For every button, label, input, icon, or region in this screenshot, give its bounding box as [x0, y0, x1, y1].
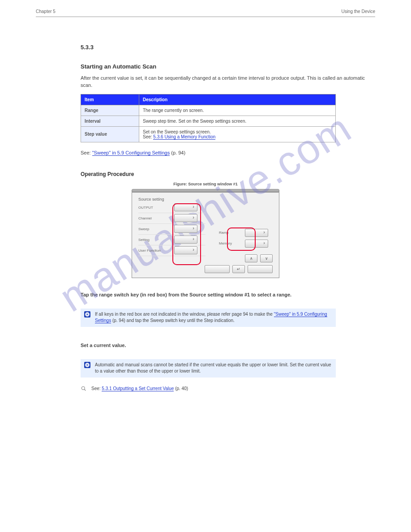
table-cell-label: Step value [81, 126, 139, 142]
step-2: Set a current value. [81, 342, 375, 349]
section-number: 5.3.3 [81, 44, 375, 51]
cd-icon [84, 311, 90, 317]
figure-caption: Figure: Source setting window #1 [132, 182, 279, 186]
section-intro: After the current value is set, it can b… [81, 75, 375, 89]
see-reference: See: "Sweep" in 5.9 Configuring Settings… [81, 150, 375, 157]
down-button[interactable]: ∨ [260, 254, 273, 262]
table-row: Interval Sweep step time. Set on the Swe… [81, 116, 336, 126]
section-title: Starting an Automatic Scan [81, 63, 375, 70]
spec-table: Item Description Range The range current… [81, 94, 375, 142]
footer-button[interactable] [248, 265, 273, 273]
magnifier-icon [81, 386, 87, 392]
see-callout: See: 5.3.1 Outputting a Set Current Valu… [81, 386, 336, 392]
range-switch-button[interactable] [245, 229, 268, 237]
table-cell-label: Interval [81, 116, 139, 126]
memory-function-link[interactable]: 5.3.6 Using a Memory Function [153, 134, 215, 140]
header-chapter: Chapter 5 [36, 9, 56, 14]
table-row: Step value Set on the Sweep settings scr… [81, 126, 336, 142]
table-cell-label: Range [81, 105, 139, 116]
table-row: Range The range currently on screen. [81, 105, 336, 116]
operating-procedure-heading: Operating Procedure [81, 171, 375, 177]
row-channel: Channel [138, 216, 171, 220]
row-output: OUTPUT [138, 206, 171, 210]
row-memory: Memory [219, 241, 241, 245]
table-cell-desc: Set on the Sweep settings screen. See: 5… [139, 126, 336, 142]
table-header-desc: Description [139, 94, 336, 105]
row-ramp: Ramp [219, 231, 241, 235]
row-sweep: Sweep [138, 227, 171, 231]
svg-point-1 [87, 313, 88, 315]
note-callout-1: If all keys in the red box are not indic… [81, 309, 336, 327]
table-cell-desc: Sweep step time. Set on the Sweep settin… [139, 116, 336, 126]
row-setting: Setting [138, 238, 171, 242]
range-switch-button[interactable] [174, 236, 197, 244]
step-1: Tap the range switch key (in red box) fr… [81, 292, 375, 299]
row-userfn: User Function [138, 249, 171, 253]
enter-button[interactable]: ↵ [232, 265, 245, 273]
svg-point-3 [87, 364, 88, 365]
range-switch-button[interactable] [174, 214, 197, 222]
device-title: Source setting [138, 197, 273, 202]
svg-point-4 [81, 386, 85, 390]
range-switch-button[interactable] [174, 203, 197, 211]
device-figure: Figure: Source setting window #1 Source … [132, 182, 279, 278]
range-switch-button[interactable] [245, 240, 268, 248]
range-switch-button[interactable] [174, 225, 197, 233]
table-cell-desc: The range currently on screen. [139, 105, 336, 116]
header-title: Using the Device [341, 9, 375, 14]
page-header: Chapter 5 Using the Device [36, 0, 375, 17]
footer-button[interactable] [205, 265, 230, 273]
sweep-settings-link[interactable]: "Sweep" in 5.9 Configuring Settings [92, 150, 170, 156]
up-button[interactable]: ∧ [245, 254, 257, 262]
table-header-item: Item [81, 94, 139, 105]
cd-icon [84, 362, 90, 368]
outputting-current-link[interactable]: 5.3.1 Outputting a Set Current Value [102, 386, 174, 391]
note-callout-2: Automatic and manual scans cannot be sta… [81, 359, 336, 378]
range-switch-button[interactable] [174, 246, 197, 254]
svg-line-5 [84, 389, 86, 390]
